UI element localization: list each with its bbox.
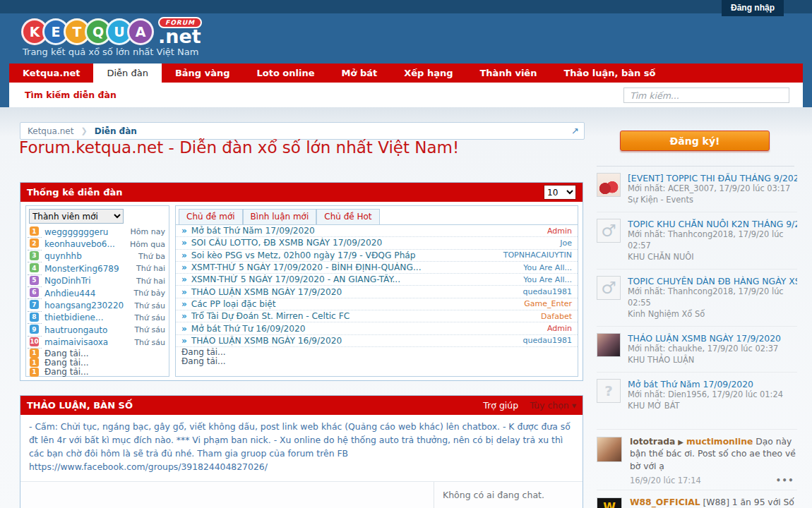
breadcrumb-root[interactable]: Ketqua.net [20, 126, 80, 136]
member-name-link[interactable]: thietbidiene... [44, 313, 130, 322]
member-name-link[interactable]: quynhhb [44, 251, 134, 261]
topic-title-link[interactable]: Mở bát Thứ Tư 16/09/2020 [191, 324, 542, 334]
member-join-day: Thứ ba [138, 252, 165, 261]
sidebar-thread-item: Mở bát Thứ Năm 17/09/2020 Mới nhất: Dien… [597, 372, 797, 418]
topic-tab[interactable]: Chủ đề Hot [316, 209, 379, 224]
member-row: 6 Anhdieu444 Thứ bảy [26, 287, 169, 299]
topic-author-link[interactable]: You Are All... [523, 275, 572, 284]
nav-tab[interactable]: Diễn đàn [93, 64, 161, 83]
thread-title-link[interactable]: TOPIC CHUYÊN DÀN ĐB HÀNG NGÀY XSMB THÁN.… [628, 276, 797, 286]
member-rank-badge: 1 [30, 368, 39, 377]
quick-navigation-icon[interactable]: ↗ [571, 126, 579, 136]
topic-title-link[interactable]: XSMN-THỨ 5 NGÀY 17/09/2020 - AN GIANG-TÂ… [191, 274, 518, 284]
member-name-link[interactable]: hoangsang230220 [44, 301, 130, 310]
thread-title-link[interactable]: THẢO LUẬN XSMB NGÀY 17/9/2020 [628, 333, 797, 344]
topic-title-link[interactable]: Trổ Tài Dự Đoán St. Mirren - Celtic FC [191, 311, 535, 321]
member-row: 2 keonhauvebo6... Hôm qua [26, 238, 169, 250]
thread-category[interactable]: KHU CHĂN NUÔI [628, 252, 797, 263]
loading-label: Đang tải... [44, 367, 89, 377]
chat-options-dropdown[interactable]: Tùy chọn ▾ [530, 400, 576, 411]
member-join-day: Thứ sáu [134, 313, 165, 322]
chat-recipient-link[interactable]: muctimonline [686, 437, 753, 447]
nav-tab[interactable]: Ketqua.net [9, 64, 93, 83]
breadcrumb-current[interactable]: Diễn đàn [95, 126, 137, 136]
nav-tab[interactable]: Mở bát [328, 64, 391, 83]
topic-tab[interactable]: Bình luận mới [243, 209, 317, 224]
member-loading-row: 1 Đang tải... [26, 349, 169, 358]
page-size-select[interactable]: 10 [544, 185, 576, 200]
search-input[interactable] [623, 87, 789, 103]
thread-title-link[interactable]: TOPIC KHU CHĂN NUÔI K2N THÁNG 9/2020 [628, 219, 797, 229]
topic-title-link[interactable]: THẢO LUẬN XSMB NGÀY 17/9/2020 [191, 287, 518, 297]
member-row: 7 hoangsang230220 Thứ sáu [26, 299, 169, 311]
thread-category[interactable]: KHU MỞ BÁT [628, 401, 797, 412]
topic-author-link[interactable]: Dafabet [541, 312, 572, 321]
thread-avatar[interactable] [597, 276, 621, 300]
member-name-link[interactable]: Anhdieu444 [44, 289, 130, 298]
topic-author-link[interactable]: TOPNHACAIUYTIN [503, 250, 572, 260]
topic-tab[interactable]: Chủ đề mới [179, 209, 243, 224]
member-row: 10 maimaivisaoxa Thứ sáu [26, 337, 169, 349]
topic-author-link[interactable]: quedau1981 [523, 336, 572, 345]
chat-user-avatar[interactable] [597, 437, 622, 462]
thread-avatar[interactable] [597, 333, 621, 357]
topic-title-link[interactable]: Soi kèo PSG vs Metz, 02h00 ngày 17/9 - V… [191, 250, 498, 260]
chat-username-link[interactable]: W88_OFFICIAL [630, 497, 700, 507]
chat-user-avatar[interactable] [597, 497, 622, 508]
nav-tab[interactable]: Thảo luận, bàn số [550, 64, 669, 83]
member-name-link[interactable]: maimaivisaoxa [44, 337, 130, 347]
member-name-link[interactable]: keonhauvebo6... [44, 239, 126, 249]
double-chevron-icon: » [181, 262, 187, 272]
topic-author-link[interactable]: quedau1981 [523, 287, 572, 296]
chat-username-link[interactable]: lototrada [630, 437, 675, 447]
forum-search-link[interactable]: Tìm kiếm diễn đàn [25, 83, 117, 107]
thread-avatar[interactable] [597, 219, 621, 243]
members-filter-select[interactable]: Thành viên mới [29, 209, 124, 224]
topic-title-link[interactable]: XSMT-THỨ 5 NGÀY 17/09/2020 - BÌNH ĐỊNH-Q… [191, 262, 518, 272]
thread-category[interactable]: KHU THẢO LUẬN [628, 355, 797, 366]
topic-author-link[interactable]: Admin [547, 226, 572, 236]
chat-help-link[interactable]: Trợ giúp [483, 400, 518, 411]
member-name-link[interactable]: wegggggggeru [44, 227, 126, 237]
topic-row: » Trổ Tài Dự Đoán St. Mirren - Celtic FC… [176, 310, 578, 322]
thread-avatar[interactable] [597, 379, 621, 403]
thread-title-link[interactable]: Mở bát Thứ Năm 17/09/2020 [628, 379, 797, 389]
member-join-day: Thứ hai [136, 277, 165, 286]
thread-title-link[interactable]: [EVENT] TOPPIC THI ĐẤU THÁNG 9/2020 [628, 173, 797, 183]
topic-title-link[interactable]: Mở bát Thứ Năm 17/09/2020 [191, 226, 542, 236]
topic-row: » SOI CẦU LOTTO, ĐB XSMB NGÀY 17/09/2020… [176, 237, 578, 249]
thread-category[interactable]: Sự Kiện - Events [628, 195, 797, 206]
site-logo[interactable]: K E T Q U A FORUM .net [21, 17, 202, 46]
topic-author-link[interactable]: Admin [547, 324, 572, 333]
member-name-link[interactable]: NgoDinhTri [44, 276, 132, 286]
message-menu-icon[interactable]: ••• [776, 476, 794, 485]
member-rank-badge: 5 [30, 276, 39, 285]
sidebar-chat-messages: lototrada ▶ muctimonline Dạo này bận thế… [597, 429, 797, 508]
member-join-day: Thứ sáu [134, 325, 165, 334]
chat-messages-area[interactable]: Không có ai đang chat. [20, 481, 583, 508]
nav-tab[interactable]: Loto online [243, 64, 328, 83]
topic-row: » Mở bát Thứ Năm 17/09/2020 Admin [176, 225, 578, 237]
nav-tab[interactable]: Xếp hạng [390, 64, 466, 83]
thread-category[interactable]: Kinh Nghiệm Xổ Số [628, 309, 797, 320]
member-join-day: Hôm nay [131, 227, 165, 236]
topic-title-link[interactable]: THẢO LUẬN XSMB NGÀY 16/9/2020 [191, 336, 518, 346]
topic-title-link[interactable]: Các PP loại đặc biệt [191, 299, 518, 309]
member-join-day: Thứ sáu [134, 338, 165, 347]
member-rank-badge: 3 [30, 251, 39, 260]
login-button[interactable]: Đăng nhập [722, 0, 784, 16]
thread-avatar[interactable] [597, 173, 621, 197]
member-name-link[interactable]: hautruongauto [44, 325, 130, 335]
topic-author-link[interactable]: Game_Enter [524, 299, 572, 308]
site-tagline: Trang kết quả xổ số lớn nhất Việt Nam [23, 47, 198, 57]
topic-author-link[interactable]: You Are All... [523, 263, 572, 272]
member-name-link[interactable]: MonsterKing6789 [44, 264, 132, 274]
loading-label: Đang tải... [44, 358, 89, 368]
member-loading-row: 1 Đang tải... [26, 368, 169, 377]
nav-tab[interactable]: Thành viên [466, 64, 550, 83]
topic-title-link[interactable]: SOI CẦU LOTTO, ĐB XSMB NGÀY 17/09/2020 [191, 238, 554, 248]
topic-author-link[interactable]: Joe [560, 238, 572, 248]
thread-latest-meta: Mới nhất: Dien1956, 17/9/20 lúc 01:24 [628, 389, 797, 401]
nav-tab[interactable]: Bảng vàng [162, 64, 244, 83]
register-button[interactable]: Đăng ký! [620, 131, 770, 151]
